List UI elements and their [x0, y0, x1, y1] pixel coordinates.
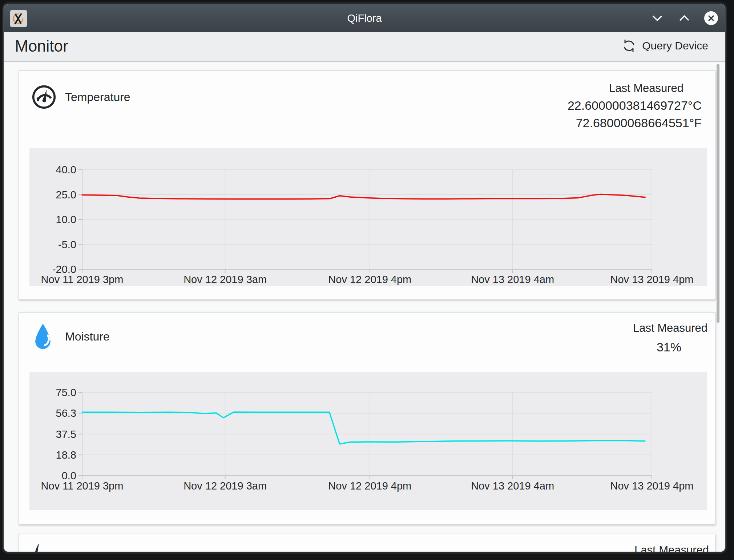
- svg-text:37.5: 37.5: [56, 428, 76, 440]
- page-title: Monitor: [15, 37, 68, 55]
- query-device-button[interactable]: Query Device: [622, 39, 708, 53]
- chevron-up-icon: [679, 15, 690, 21]
- scrollbar-thumb[interactable]: [717, 64, 719, 323]
- query-device-label: Query Device: [642, 40, 708, 52]
- svg-text:Nov 11 2019 3pm: Nov 11 2019 3pm: [41, 480, 124, 492]
- svg-text:25.0: 25.0: [56, 189, 76, 201]
- svg-text:18.8: 18.8: [56, 449, 76, 461]
- partial-icon: [35, 544, 40, 552]
- moisture-value-percent: 31%: [657, 340, 681, 354]
- svg-text:56.3: 56.3: [56, 407, 76, 419]
- svg-text:Nov 12 2019 3am: Nov 12 2019 3am: [184, 274, 267, 285]
- temperature-value-celsius: 22.600000381469727°C: [568, 98, 702, 113]
- water-drop-icon: [34, 323, 52, 350]
- moisture-card-title: Moisture: [65, 330, 110, 343]
- svg-text:Nov 12 2019 3am: Nov 12 2019 3am: [184, 480, 267, 492]
- partial-card: Last Measured: [19, 534, 716, 552]
- temperature-card-title: Temperature: [65, 90, 130, 104]
- svg-text:Nov 11 2019 3pm: Nov 11 2019 3pm: [41, 274, 124, 285]
- app-window: QiFlora Mo: [4, 4, 725, 552]
- svg-text:Nov 12 2019 4pm: Nov 12 2019 4pm: [328, 274, 411, 285]
- moisture-chart: 75.056.337.518.80.0Nov 11 2019 3pmNov 12…: [29, 372, 707, 510]
- svg-text:Nov 13 2019 4pm: Nov 13 2019 4pm: [610, 480, 694, 492]
- maximize-button[interactable]: [677, 11, 691, 25]
- refresh-icon: [622, 39, 636, 53]
- svg-text:-5.0: -5.0: [58, 239, 76, 250]
- close-button[interactable]: [704, 11, 718, 25]
- gauge-icon: [31, 84, 57, 110]
- svg-text:Nov 13 2019 4am: Nov 13 2019 4am: [471, 274, 554, 285]
- page-header: Monitor Query Device: [4, 32, 725, 62]
- chevron-down-icon: [652, 15, 663, 21]
- svg-text:Nov 13 2019 4pm: Nov 13 2019 4pm: [610, 274, 694, 285]
- svg-text:75.0: 75.0: [56, 387, 76, 398]
- partial-last-measured-label: Last Measured: [634, 544, 709, 552]
- temperature-chart: 40.025.010.0-5.0-20.0Nov 11 2019 3pmNov …: [29, 148, 707, 286]
- temperature-last-measured-label: Last Measured: [609, 82, 683, 95]
- temperature-value-fahrenheit: 72.68000068664551°F: [576, 116, 702, 130]
- minimize-button[interactable]: [650, 11, 665, 25]
- close-icon: [707, 15, 715, 22]
- svg-text:Nov 12 2019 4pm: Nov 12 2019 4pm: [328, 480, 411, 492]
- titlebar[interactable]: QiFlora: [4, 4, 725, 32]
- moisture-card: Moisture Last Measured 31% 75.056.337.51…: [19, 312, 716, 525]
- window-title: QiFlora: [4, 12, 725, 24]
- moisture-last-measured-label: Last Measured: [633, 322, 707, 335]
- svg-text:40.0: 40.0: [56, 164, 76, 176]
- content-area: Temperature Last Measured 22.60000038146…: [4, 62, 725, 552]
- svg-text:Nov 13 2019 4am: Nov 13 2019 4am: [471, 480, 554, 492]
- svg-text:10.0: 10.0: [56, 214, 76, 225]
- temperature-card: Temperature Last Measured 22.60000038146…: [19, 70, 716, 300]
